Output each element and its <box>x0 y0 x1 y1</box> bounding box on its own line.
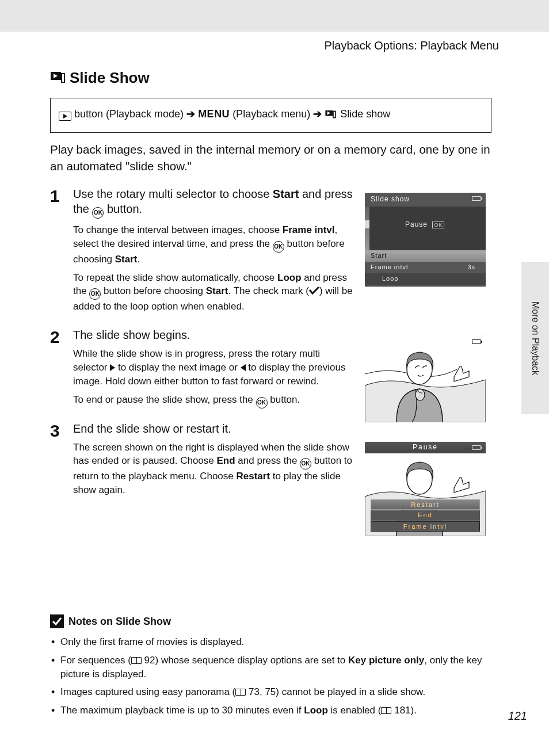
text: To repeat the slide show automatically, … <box>73 272 277 283</box>
ok-icon: OK <box>273 241 284 253</box>
breadcrumb-box: button (Playback mode) ➔ MENU (Playback … <box>50 98 491 133</box>
text: is enabled ( <box>328 705 382 716</box>
page-ref-icon <box>235 689 246 696</box>
text: ) cannot be played in a slide show. <box>276 686 425 697</box>
arrow-icon: ➔ <box>186 108 195 120</box>
section-title-text: Slide Show <box>70 69 150 87</box>
left-arrow-icon <box>241 364 246 371</box>
text: . <box>138 254 140 265</box>
battery-icon <box>472 196 481 201</box>
intro-paragraph: Play back images, saved in the internal … <box>50 142 491 174</box>
text: To change the interval between images, c… <box>73 224 283 235</box>
text: and press the <box>235 455 300 466</box>
svg-point-8 <box>415 389 425 400</box>
ok-icon: OK <box>89 288 101 300</box>
text: The maximum playback time is up to 30 mi… <box>60 705 304 716</box>
page-ref: 92 <box>144 655 155 666</box>
text: . The check mark ( <box>228 285 309 296</box>
text-bold: Frame intvl <box>283 224 335 235</box>
playback-button-icon <box>59 112 71 121</box>
text: button. <box>268 394 300 405</box>
top-gray-bar <box>0 0 549 32</box>
slideshow-icon <box>325 110 337 122</box>
step-3-para-1: The screen shown on the right is display… <box>73 441 355 497</box>
lcd3-restart-option: Restart <box>371 499 480 510</box>
lcd1-pause-label: Pause OK <box>405 220 444 228</box>
step-number: 3 <box>50 421 73 497</box>
text: Only the first frame of movies is displa… <box>60 636 244 647</box>
text-bold: Loop <box>277 272 302 283</box>
checkmark-icon <box>309 287 319 295</box>
notes-section: Notes on Slide Show Only the first frame… <box>50 614 491 722</box>
text: Images captured using easy panorama ( <box>60 686 235 697</box>
ok-icon: OK <box>300 458 311 469</box>
page-ref-icon <box>131 657 142 664</box>
step-2-para-2: To end or pause the slide show, press th… <box>73 393 355 408</box>
text-bold: Key picture only <box>348 655 424 666</box>
text: Use the rotary multi selector to choose <box>73 188 273 200</box>
text: to display the next image or <box>115 362 240 373</box>
arrow-icon: ➔ <box>313 108 322 120</box>
side-tab: More on Playback <box>521 262 549 414</box>
note-item: The maximum playback time is up to 30 mi… <box>50 704 491 717</box>
page-ref: 181 <box>394 705 410 716</box>
text-bold: End <box>217 455 235 466</box>
note-item: For sequences ( 92) whose sequence displ… <box>50 654 491 681</box>
step-1-para-1: To change the interval between images, c… <box>73 223 355 266</box>
ok-icon: OK <box>92 207 104 219</box>
menu-label: MENU <box>198 108 230 120</box>
lcd1-title: Slide show <box>371 195 410 203</box>
text: button. <box>104 203 142 215</box>
step-number: 2 <box>50 327 73 408</box>
note-item: Images captured using easy panorama ( 73… <box>50 685 491 699</box>
slideshow-title-icon <box>50 69 65 87</box>
lcd3-frame-option: Frame intvl <box>371 521 480 532</box>
ok-icon: OK <box>256 397 268 408</box>
breadcrumb-part2: (Playback menu) <box>230 108 313 120</box>
lcd3-pause-header: Pause <box>365 442 486 453</box>
step-2-heading: The slide show begins. <box>73 327 355 342</box>
lcd-slideshow-menu: Slide show Pause OK Start Frame intvl3s … <box>365 193 486 287</box>
svg-rect-2 <box>62 74 64 83</box>
text-bold: Start <box>206 285 228 296</box>
lcd1-loop-row: Loop <box>365 273 486 285</box>
text: ). <box>411 705 417 716</box>
step-number: 1 <box>50 186 73 314</box>
sample-photo-illustration <box>365 334 486 422</box>
section-title: Slide Show <box>50 69 150 87</box>
right-arrow-icon <box>110 364 115 371</box>
text: To end or pause the slide show, press th… <box>73 394 256 405</box>
page-number: 121 <box>508 709 527 723</box>
step-2-para-1: While the slide show is in progress, pre… <box>73 347 355 388</box>
text: button before choosing <box>101 285 205 296</box>
page-ref: 73, 75 <box>249 686 276 697</box>
page-ref-icon <box>381 707 391 714</box>
notes-check-icon <box>50 614 64 628</box>
ok-box-icon: OK <box>432 222 444 228</box>
text: ) whose sequence display options are set… <box>155 655 348 666</box>
step-1-heading: Use the rotary multi selector to choose … <box>73 186 355 219</box>
lcd1-frame-row: Frame intvl3s <box>365 262 486 273</box>
text-bold: Start <box>115 254 138 265</box>
battery-icon <box>472 339 481 344</box>
notes-title: Notes on Slide Show <box>68 616 171 628</box>
battery-icon <box>472 445 481 450</box>
side-tab-label: More on Playback <box>530 301 540 375</box>
note-item: Only the first frame of movies is displa… <box>50 635 491 649</box>
lcd-pause-menu: Pause Restart End Frame intvl <box>365 442 486 536</box>
svg-rect-5 <box>333 111 336 117</box>
lcd-slideshow-playing <box>365 334 486 422</box>
lcd3-end-option: End <box>371 510 480 521</box>
page-header: Playback Options: Playback Menu <box>50 39 499 52</box>
text-bold: Loop <box>304 705 328 716</box>
step-3-heading: End the slide show or restart it. <box>73 421 355 436</box>
notes-heading: Notes on Slide Show <box>50 614 491 628</box>
text: For sequences ( <box>60 655 131 666</box>
breadcrumb-part1: button (Playback mode) <box>71 108 186 120</box>
step-1-para-2: To repeat the slide show automatically, … <box>73 271 355 314</box>
text-bold: Restart <box>237 471 270 482</box>
text-bold: Start <box>273 188 299 200</box>
lcd1-start-row: Start <box>365 250 486 262</box>
breadcrumb-part3: Slide show <box>337 108 390 120</box>
